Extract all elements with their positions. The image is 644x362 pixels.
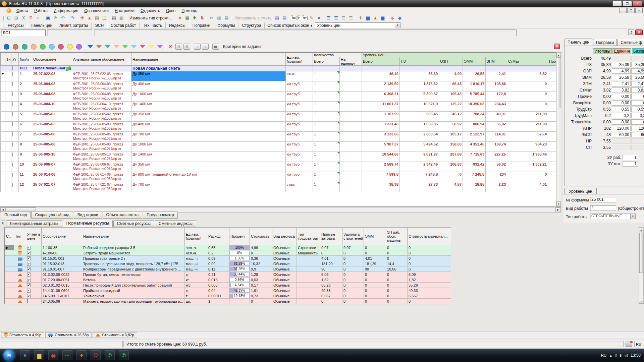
nav-tab-Тех. часть[interactable]: Тех. часть (140, 22, 165, 28)
cell-unit[interactable]: км труб (286, 112, 313, 122)
clear-filter-icon[interactable]: ⊗ (167, 43, 174, 50)
cell-resource-kind[interactable]: Обычные (272, 283, 297, 288)
scroll-up-icon[interactable]: ▲ (639, 227, 643, 232)
price-unit-value[interactable]: 35,39 (612, 62, 631, 67)
ls-button[interactable]: ✶ЛС (291, 16, 297, 20)
cell-percent[interactable]: 37,25% (229, 266, 250, 272)
included-checkbox[interactable]: ✔ (27, 294, 31, 298)
cell-resource-kind[interactable]: Обычные (272, 288, 297, 293)
cell-price-other[interactable] (548, 162, 556, 172)
psc-icon[interactable]: PSC (62, 350, 72, 360)
cell-justification[interactable]: 25-06-005-03 (32, 122, 72, 132)
cell-cost[interactable]: 0,17 (250, 283, 272, 288)
paste-doc-icon[interactable]: ▤ (273, 15, 281, 21)
cell-unit[interactable]: км труб (286, 92, 313, 102)
cell-qty-total[interactable]: 1 (313, 71, 340, 81)
cell-machine-operators[interactable]: 10,06 (386, 266, 408, 272)
resource-tab-Нормативные ресурсы[interactable]: Нормативные ресурсы (63, 220, 113, 227)
cell-name[interactable]: Ду 700 мм (131, 132, 286, 142)
cell-marker[interactable] (1, 182, 5, 192)
cell-select[interactable]: ▶ (5, 245, 14, 250)
structure-tree-icon[interactable]: ⊟ (5, 15, 12, 21)
cell-percent[interactable]: 1,36% (229, 256, 250, 261)
cell-price-ПЗ[interactable]: 27,73 (400, 182, 439, 192)
price-unit-value[interactable] (612, 138, 631, 144)
res-col-Тип трудозатрат[interactable]: Тип трудозатрат (297, 228, 320, 245)
cell-justification[interactable]: 25-06-004-10 (32, 102, 72, 112)
cell-price-ПЗ[interactable]: 7 248,8 (400, 172, 439, 182)
price-base-value[interactable]: 26,58 (631, 75, 644, 80)
cut-icon[interactable]: ✂ (208, 15, 215, 21)
row-checkbox[interactable] (12, 142, 13, 146)
cell-price-Всего[interactable]: 46,49 (362, 71, 400, 81)
cell-percent[interactable]: 42,19% (229, 288, 250, 293)
cell-price-other[interactable] (548, 172, 556, 182)
paste-icon[interactable]: ▤ (223, 15, 230, 21)
price-unit-value[interactable] (612, 56, 631, 61)
structure-add-icon[interactable]: ⊞ (12, 15, 20, 21)
cell-ti[interactable] (5, 102, 11, 112)
cell-emm[interactable]: 4,01 (364, 256, 386, 261)
cell-cost[interactable]: 1,61 (250, 288, 272, 293)
price-unit-value[interactable]: 0,00 (612, 94, 631, 99)
cell-justification[interactable]: 01.7.20.08-0051 (42, 277, 82, 283)
menu-Отдохнуть[interactable]: Отдохнуть (138, 8, 163, 14)
cell-unit[interactable]: км труб (286, 81, 313, 92)
res-col-Стоимость[interactable]: Стоимость (250, 228, 272, 245)
scroll-up-icon[interactable]: ▲ (556, 53, 561, 58)
ie-icon[interactable]: e (20, 350, 30, 360)
cell-type[interactable] (14, 293, 26, 299)
price-col-Базовые[interactable]: Базовые (632, 48, 644, 54)
included-checkbox[interactable]: ✔ (27, 251, 31, 255)
chevron-down-icon[interactable]: ▼ (395, 23, 400, 28)
cell-ut[interactable] (11, 71, 19, 81)
cell-price-ЗПМ[interactable]: 234 (486, 172, 507, 182)
cell-type[interactable] (14, 277, 26, 283)
cell-select[interactable] (5, 299, 14, 304)
cell-justification[interactable]: 14.5.09.11-0101 (42, 293, 82, 299)
battery-icon[interactable]: ▯ (615, 354, 617, 357)
cell-price-other[interactable] (548, 81, 556, 92)
row-checkbox[interactable] (12, 112, 13, 116)
cell-empty[interactable] (507, 66, 548, 71)
color-filter-funnel-4[interactable] (122, 45, 128, 48)
refresh-icon[interactable]: ⟳ (52, 15, 59, 21)
cell-labor-type[interactable] (297, 283, 320, 288)
delete-row-icon[interactable]: ✕ (315, 15, 323, 21)
cell-material-cost[interactable]: 0 (408, 299, 451, 304)
cell-price-СтМат[interactable]: 4,01 (507, 182, 548, 192)
cell-included[interactable]: ✔ (26, 266, 42, 272)
cell-rate[interactable]: 0,00011 (207, 293, 229, 299)
price-base-value[interactable]: 0 (631, 94, 644, 99)
menu-Информация[interactable]: Информация (51, 8, 81, 14)
cell-ut[interactable] (11, 122, 19, 132)
col-qty-per-unit[interactable]: На единицу (340, 57, 362, 66)
estimate-row[interactable]: 725-06-005-06ФЕР-2001, 25-06-005-06, при… (1, 132, 556, 142)
included-checkbox[interactable]: ✔ (27, 289, 31, 293)
color-filter-funnel-3[interactable] (114, 45, 119, 48)
cell-price-ЭММ[interactable]: 708,34 (463, 112, 486, 122)
cell-material-cost[interactable]: 0 (408, 250, 451, 256)
price-unit-value[interactable]: 2,41 (612, 81, 631, 86)
cell-qty-total[interactable]: 1 (313, 182, 340, 192)
cell-price-Всего[interactable]: 2 589,74 (362, 162, 400, 172)
cell-builders-salary[interactable]: 9,07 (342, 245, 364, 250)
cell-price-СтМат[interactable]: 0 (507, 92, 548, 102)
col-qty-total[interactable]: Всего (313, 57, 340, 66)
cell-name[interactable]: Пропан-бутан, смесь техническая (82, 272, 185, 277)
zu-input[interactable]: 1 (623, 161, 638, 167)
cell-included[interactable]: ✔ (26, 283, 42, 288)
res-col-ЗП раб, обсл. машины[interactable]: ЗП раб, обсл. машины (386, 228, 408, 245)
cell-included[interactable]: ✔ (26, 245, 42, 250)
list-check-icon[interactable]: ☷ (175, 44, 182, 50)
cell-qty-total[interactable]: 1 (313, 172, 340, 182)
row-checkbox[interactable] (12, 183, 13, 187)
res-col-Процент[interactable]: Процент (229, 228, 250, 245)
cell-builders-salary[interactable]: 0 (342, 283, 364, 288)
cell-marker[interactable] (1, 172, 5, 182)
cell-price-СтМат[interactable]: 984,23 (507, 142, 548, 152)
res-col-Прямые затраты[interactable]: Прямые затраты (320, 228, 342, 245)
included-checkbox[interactable]: ✔ (27, 278, 31, 282)
cell-alt-justification[interactable]: ФЕР-2001, 25-06-005-08, приказ Минстроя … (72, 142, 131, 152)
cell-justification[interactable]: 91.15.02-013 (42, 261, 82, 266)
